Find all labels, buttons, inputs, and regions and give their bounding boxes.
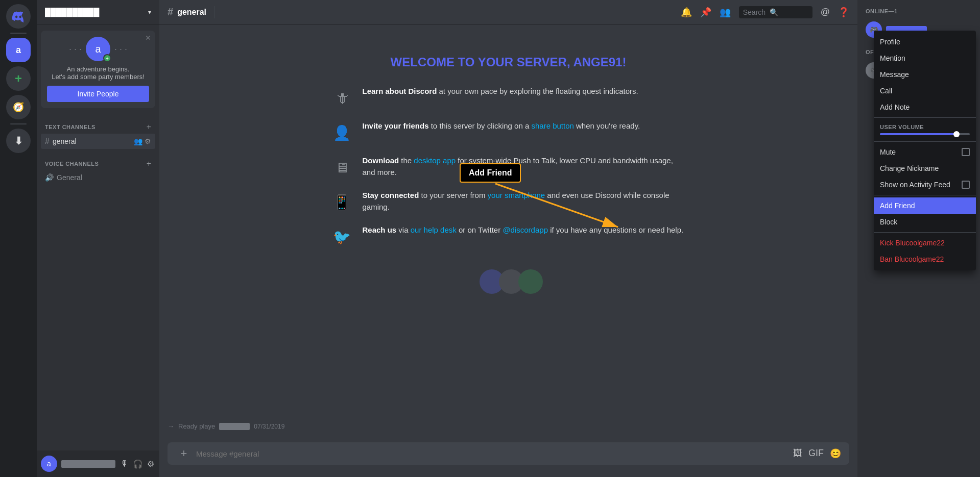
- message-timestamp: 07/31/2019: [254, 423, 284, 430]
- voice-channels-section: VOICE CHANNELS + 🔊 General: [37, 151, 159, 187]
- context-divider1: [874, 117, 976, 118]
- system-message-blurred: [219, 423, 250, 430]
- search-placeholder: Search: [743, 8, 766, 16]
- channel-hash-icon: #: [45, 137, 50, 146]
- user-avatar[interactable]: a: [41, 456, 57, 472]
- notification-bell-icon[interactable]: 🔔: [681, 7, 692, 18]
- voice-channel-general[interactable]: 🔊 General: [41, 170, 155, 185]
- invite-icon[interactable]: 👥: [134, 137, 142, 145]
- channel-header: # general 🔔 📌 👥 Search 🔍 @ ❓: [159, 0, 857, 24]
- members-list-icon[interactable]: 👥: [720, 7, 731, 18]
- context-add-friend[interactable]: Add Friend: [874, 197, 976, 214]
- context-menu: Profile Mention Message Call Add Note Us…: [874, 31, 976, 270]
- twitter-icon: 🐦: [330, 224, 354, 249]
- header-icons: 🔔 📌 👥 Search 🔍 @ ❓: [681, 6, 849, 18]
- emoji-icon[interactable]: 😊: [830, 448, 841, 459]
- system-message: → Ready playe 07/31/2019: [168, 420, 849, 432]
- activity-feed-checkbox[interactable]: [962, 181, 970, 189]
- microphone-icon[interactable]: 🎙: [119, 458, 130, 470]
- pinned-messages-icon[interactable]: 📌: [700, 7, 711, 18]
- gif-icon[interactable]: GIF: [808, 448, 824, 459]
- context-ban[interactable]: Ban Blucoolgame22: [874, 251, 976, 267]
- speaker-icon: 🔊: [45, 173, 54, 182]
- channel-sidebar: ██████████ ▾ ✕ · · · a + · · · An advent…: [37, 0, 159, 477]
- welcome-avatar: a +: [86, 37, 110, 61]
- welcome-card: ✕ · · · a + · · · An adventure begins. L…: [41, 31, 155, 108]
- context-block[interactable]: Block: [874, 214, 976, 230]
- avatar-badge: +: [103, 54, 111, 62]
- channel-header-name: general: [177, 8, 206, 17]
- volume-slider-fill: [880, 133, 957, 135]
- discover-servers-button[interactable]: 🧭: [6, 95, 31, 119]
- user-volume-section: User Volume: [874, 120, 976, 139]
- headphones-icon[interactable]: 🎧: [132, 458, 144, 470]
- context-show-activity[interactable]: Show on Activity Feed: [874, 177, 976, 193]
- download-apps-button[interactable]: ⬇: [6, 129, 31, 153]
- text-channels-label: TEXT CHANNELS: [45, 124, 95, 130]
- context-add-note[interactable]: Add Note: [874, 99, 976, 115]
- context-mute[interactable]: Mute: [874, 144, 976, 160]
- channel-action-icons: 👥 ⚙: [134, 137, 151, 145]
- welcome-text: An adventure begins. Let's add some part…: [47, 65, 149, 81]
- system-message-text: Ready playe: [178, 422, 215, 430]
- user-info: ██████: [61, 460, 115, 468]
- settings-icon[interactable]: ⚙: [145, 137, 151, 145]
- image-upload-icon[interactable]: 🖼: [793, 448, 802, 459]
- welcome-title: WELCOME TO YOUR SERVER, ANGE91!: [168, 55, 849, 69]
- username: ██████: [61, 460, 115, 468]
- add-text-channel-icon[interactable]: +: [147, 122, 151, 132]
- server-header[interactable]: ██████████ ▾: [37, 0, 159, 24]
- add-friend-tooltip: Add Friend: [460, 163, 521, 183]
- volume-slider-track[interactable]: [880, 133, 970, 135]
- tip-text-learn: Learn about Discord at your own pace by …: [363, 86, 638, 97]
- voice-channel-name: General: [57, 173, 151, 182]
- channel-name-general: general: [53, 137, 131, 145]
- add-friend-tooltip-label: Add Friend: [469, 168, 512, 177]
- user-volume-label: User Volume: [880, 124, 970, 130]
- online-section-title: ONLINE—1: [862, 8, 976, 14]
- attach-button[interactable]: +: [176, 445, 192, 462]
- help-icon[interactable]: ❓: [838, 7, 849, 18]
- svg-line-1: [495, 184, 618, 227]
- add-icon: +: [15, 71, 22, 86]
- members-sidebar: ONLINE—1 🎮 OFFLINE—1 🎮 Blucoolgame22 Pro…: [857, 0, 980, 477]
- gear-icon[interactable]: ⚙: [146, 458, 155, 470]
- search-box[interactable]: Search 🔍: [739, 6, 812, 18]
- invite-people-button[interactable]: Invite People: [47, 86, 149, 102]
- message-input-area: + 🖼 GIF 😊: [159, 442, 857, 477]
- user-controls: 🎙 🎧 ⚙: [119, 458, 155, 470]
- context-mention[interactable]: Mention: [874, 50, 976, 66]
- context-message[interactable]: Message: [874, 66, 976, 83]
- text-channels-header[interactable]: TEXT CHANNELS +: [41, 122, 155, 132]
- welcome-dots: · · ·: [69, 44, 82, 55]
- chevron-down-icon: ▾: [148, 9, 151, 16]
- voice-channels-header[interactable]: VOICE CHANNELS +: [41, 159, 155, 168]
- server-list-divider2: [10, 123, 27, 124]
- inbox-icon[interactable]: @: [821, 7, 830, 17]
- mute-checkbox[interactable]: [962, 148, 970, 156]
- server-list-divider: [10, 33, 27, 34]
- channel-header-hash-icon: #: [168, 6, 173, 18]
- text-channels-section: TEXT CHANNELS + # general 👥 ⚙: [37, 114, 159, 151]
- context-divider4: [874, 232, 976, 233]
- voice-channels-label: VOICE CHANNELS: [45, 161, 99, 167]
- add-server-button[interactable]: +: [6, 66, 31, 91]
- tip-text-download: Download the desktop app for system-wide…: [363, 155, 687, 178]
- tip-item-invite: 👤 Invite your friends to this server by …: [330, 120, 687, 145]
- tip-text-invite: Invite your friends to this server by cl…: [363, 120, 640, 132]
- context-call[interactable]: Call: [874, 83, 976, 99]
- context-divider2: [874, 141, 976, 142]
- message-input[interactable]: [196, 449, 789, 458]
- discord-home-button[interactable]: [6, 4, 31, 29]
- header-divider: [214, 6, 215, 18]
- context-kick[interactable]: Kick Blucoolgame22: [874, 235, 976, 251]
- desktop-icon: 🖥: [330, 155, 354, 180]
- server-icon-active[interactable]: a: [6, 38, 31, 62]
- context-profile[interactable]: Profile: [874, 34, 976, 50]
- context-change-nickname[interactable]: Change Nickname: [874, 160, 976, 177]
- channel-item-general[interactable]: # general 👥 ⚙: [41, 134, 155, 149]
- add-voice-channel-icon[interactable]: +: [147, 159, 151, 168]
- context-divider3: [874, 195, 976, 195]
- phone-icon: 📱: [330, 190, 354, 214]
- annotation-arrow-svg: [490, 179, 633, 240]
